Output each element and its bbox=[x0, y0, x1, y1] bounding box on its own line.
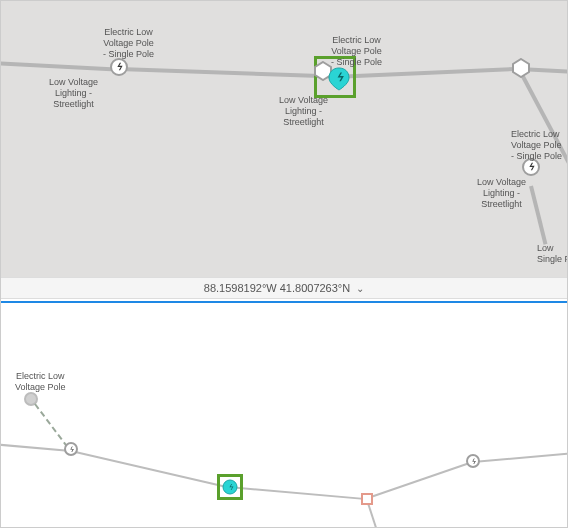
pole-node[interactable]: ϟ bbox=[64, 442, 78, 456]
coordinate-status-bar[interactable]: 88.1598192°W 41.8007263°N ⌄ bbox=[1, 277, 567, 299]
diagram-line bbox=[365, 460, 475, 500]
streetlight-label: Low Voltage Lighting - Streetlight bbox=[49, 77, 98, 110]
svg-text:ϟ: ϟ bbox=[116, 62, 123, 72]
power-line bbox=[529, 186, 547, 245]
diagram-line bbox=[473, 451, 567, 463]
selected-pole-node[interactable]: ϟ bbox=[222, 479, 238, 495]
svg-text:ϟ: ϟ bbox=[69, 446, 74, 454]
junction-node[interactable] bbox=[361, 493, 373, 505]
diagram-line bbox=[71, 450, 229, 488]
dashed-connection bbox=[34, 403, 68, 447]
chevron-down-icon[interactable]: ⌄ bbox=[356, 283, 364, 294]
svg-marker-3 bbox=[513, 59, 529, 77]
pole-node[interactable]: ϟ bbox=[466, 454, 480, 468]
diagram-line bbox=[228, 486, 370, 500]
pole-label: Electric Low Voltage Pole - Single Pole bbox=[103, 27, 154, 60]
diagram-view-bottom[interactable]: Electric Low Voltage Pole ϟ ϟ ϟ bbox=[1, 301, 567, 528]
pole-label-partial: Low Single P bbox=[537, 243, 567, 265]
pole-label: Electric Low Voltage Pole - Single Pole bbox=[511, 129, 562, 162]
streetlight-label: Low Voltage Lighting - Streetlight bbox=[279, 95, 328, 128]
coordinates-readout: 88.1598192°W 41.8007263°N bbox=[204, 282, 350, 294]
pole-node[interactable]: ϟ bbox=[110, 58, 128, 76]
power-line bbox=[333, 67, 523, 79]
hex-anchor[interactable] bbox=[511, 58, 531, 78]
map-view-top[interactable]: ϟ Electric Low Voltage Pole - Single Pol… bbox=[1, 1, 567, 277]
streetlight-label: Low Voltage Lighting - Streetlight bbox=[477, 177, 526, 210]
svg-text:ϟ: ϟ bbox=[528, 162, 535, 172]
selected-pole-node[interactable]: ϟ bbox=[327, 67, 351, 91]
power-line bbox=[1, 61, 121, 72]
svg-text:ϟ: ϟ bbox=[471, 458, 476, 466]
ghost-pole-label: Electric Low Voltage Pole bbox=[15, 371, 66, 393]
svg-text:ϟ: ϟ bbox=[336, 71, 344, 83]
power-line bbox=[119, 67, 335, 79]
pole-label: Electric Low Voltage Pole - Single Pole bbox=[331, 35, 382, 68]
